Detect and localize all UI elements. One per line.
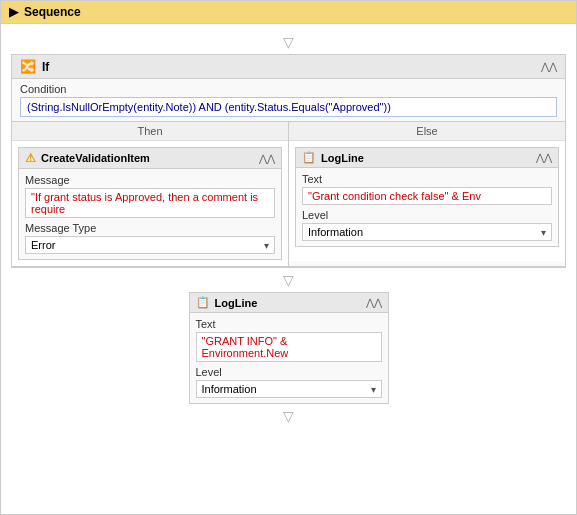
logline-level-value: Information xyxy=(202,383,257,395)
if-label: If xyxy=(42,60,49,74)
arrow-down-1: ▽ xyxy=(283,34,294,50)
arrow-down-3: ▽ xyxy=(283,408,294,424)
if-block: 🔀 If ⋀⋀ Condition (String.IsNullOrEmpty(… xyxy=(11,54,566,268)
message-type-select[interactable]: Error ▾ xyxy=(25,236,275,254)
logline-level-label: Level xyxy=(196,366,382,378)
sequence-title: Sequence xyxy=(24,5,81,19)
else-column: Else 📋 LogLine ⋀⋀ Text xyxy=(289,122,565,266)
else-level-label: Level xyxy=(302,209,552,221)
logline-main-label: LogLine xyxy=(215,297,258,309)
message-type-value: Error xyxy=(31,239,55,251)
create-validation-body: Message "If grant status is Approved, th… xyxy=(19,169,281,259)
logline-text-label: Text xyxy=(196,318,382,330)
then-else-row: Then ⚠ CreateValidationItem ⋀⋀ xyxy=(12,122,565,267)
create-validation-header-left: ⚠ CreateValidationItem xyxy=(25,151,150,165)
logline-level-dropdown-arrow: ▾ xyxy=(371,384,376,395)
if-header-left: 🔀 If xyxy=(20,59,49,74)
else-level-select[interactable]: Information ▾ xyxy=(302,223,552,241)
if-header: 🔀 If ⋀⋀ xyxy=(12,55,565,79)
logline-main-header-left: 📋 LogLine xyxy=(196,296,258,309)
else-text-label: Text xyxy=(302,173,552,185)
warning-icon: ⚠ xyxy=(25,151,36,165)
create-validation-collapse-button[interactable]: ⋀⋀ xyxy=(259,153,275,164)
sequence-container: ▶ Sequence ▽ 🔀 If ⋀⋀ Condition (String.I… xyxy=(0,0,577,515)
message-type-dropdown-arrow: ▾ xyxy=(264,240,269,251)
logline-else-label: LogLine xyxy=(321,152,364,164)
logline-main-collapse-button[interactable]: ⋀⋀ xyxy=(366,297,382,308)
condition-row: Condition (String.IsNullOrEmpty(entity.N… xyxy=(12,79,565,122)
logline-text-value[interactable]: "GRANT INFO" & Environment.New xyxy=(196,332,382,362)
logline-main-header: 📋 LogLine ⋀⋀ xyxy=(190,293,388,313)
else-level-value: Information xyxy=(308,226,363,238)
else-branch-content: 📋 LogLine ⋀⋀ Text "Grant condition check… xyxy=(289,141,565,261)
logline-else-header: 📋 LogLine ⋀⋀ xyxy=(296,148,558,168)
condition-label: Condition xyxy=(20,83,557,95)
else-text-value[interactable]: "Grant condition check false" & Env xyxy=(302,187,552,205)
logline-main-body: Text "GRANT INFO" & Environment.New Leve… xyxy=(190,313,388,403)
sequence-icon: ▶ xyxy=(9,5,18,19)
then-branch-content: ⚠ CreateValidationItem ⋀⋀ Message "If gr… xyxy=(12,141,288,266)
message-type-label: Message Type xyxy=(25,222,275,234)
sequence-header: ▶ Sequence xyxy=(1,1,576,24)
condition-input[interactable]: (String.IsNullOrEmpty(entity.Note)) AND … xyxy=(20,97,557,117)
if-collapse-button[interactable]: ⋀⋀ xyxy=(541,61,557,72)
logline-else-block: 📋 LogLine ⋀⋀ Text "Grant condition check… xyxy=(295,147,559,247)
else-header: Else xyxy=(289,122,565,141)
create-validation-block: ⚠ CreateValidationItem ⋀⋀ Message "If gr… xyxy=(18,147,282,260)
message-value[interactable]: "If grant status is Approved, then a com… xyxy=(25,188,275,218)
logline-main-block: 📋 LogLine ⋀⋀ Text "GRANT INFO" & Environ… xyxy=(189,292,389,404)
logline-main-icon: 📋 xyxy=(196,296,210,309)
message-label: Message xyxy=(25,174,275,186)
create-validation-label: CreateValidationItem xyxy=(41,152,150,164)
else-level-dropdown-arrow: ▾ xyxy=(541,227,546,238)
then-header: Then xyxy=(12,122,288,141)
logline-else-collapse-button[interactable]: ⋀⋀ xyxy=(536,152,552,163)
if-icon: 🔀 xyxy=(20,59,36,74)
then-column: Then ⚠ CreateValidationItem ⋀⋀ xyxy=(12,122,289,266)
logline-else-body: Text "Grant condition check false" & Env… xyxy=(296,168,558,246)
logline-else-header-left: 📋 LogLine xyxy=(302,151,364,164)
arrow-down-2: ▽ xyxy=(283,272,294,288)
logline-level-select[interactable]: Information ▾ xyxy=(196,380,382,398)
sequence-body: ▽ 🔀 If ⋀⋀ Condition (String.IsNullOrEmpt… xyxy=(1,24,576,514)
create-validation-header: ⚠ CreateValidationItem ⋀⋀ xyxy=(19,148,281,169)
logline-else-icon: 📋 xyxy=(302,151,316,164)
